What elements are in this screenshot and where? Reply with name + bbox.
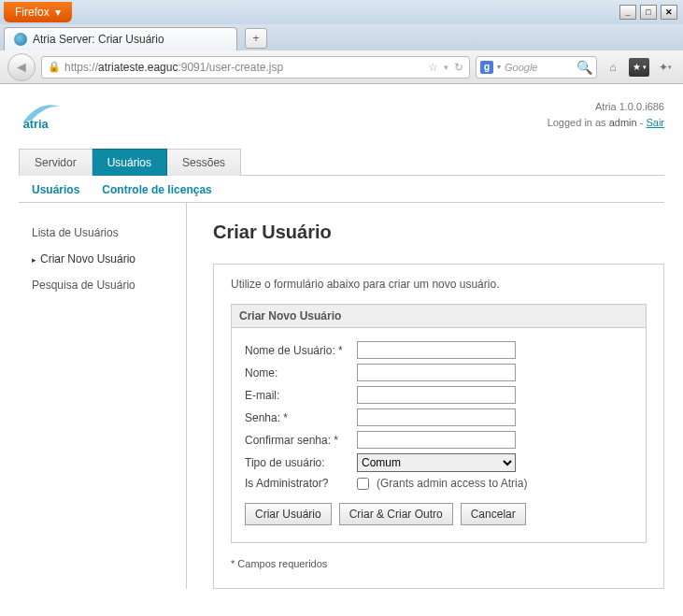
chevron-down-icon: ▾ [55, 6, 61, 19]
version-text: Atria 1.0.0.i686 [548, 99, 664, 115]
subtab-usuarios[interactable]: Usuários [32, 183, 79, 196]
fieldset-body: Nome de Usuário: * Nome: E-mail: Senha: … [231, 328, 647, 543]
label-type: Tipo de usuário: [245, 456, 357, 469]
minimize-button[interactable]: _ [619, 5, 636, 20]
logo: atria [19, 99, 84, 136]
lock-icon: 🔒 [48, 61, 61, 73]
url-action-icons: ☆ ▾ ↻ [428, 61, 463, 74]
tab-title: Atria Server: Criar Usuário [33, 33, 164, 46]
favicon-icon [14, 33, 27, 46]
label-password: Senha: * [245, 411, 357, 424]
subtab-licencas[interactable]: Controle de licenças [102, 183, 211, 196]
browser-tab-bar: Atria Server: Criar Usuário + [0, 24, 683, 50]
create-user-button[interactable]: Criar Usuário [245, 503, 332, 525]
confirm-password-field[interactable] [357, 431, 516, 449]
new-tab-button[interactable]: + [245, 28, 267, 49]
firefox-menu-button[interactable]: Firefox ▾ [4, 2, 72, 22]
sidebar-item-pesquisa[interactable]: Pesquisa de Usuário [32, 272, 186, 298]
page-title: Criar Usuário [213, 222, 664, 243]
browser-tab[interactable]: Atria Server: Criar Usuário [4, 27, 237, 50]
url-toolbar: ◄ 🔒 https://atriateste.eaguc:9091/user-c… [0, 50, 683, 84]
name-field[interactable] [357, 364, 516, 381]
tab-servidor[interactable]: Servidor [19, 149, 92, 176]
logged-in-prefix: Logged in as [548, 117, 609, 128]
url-text: https://atriateste.eaguc:9091/user-creat… [64, 61, 424, 74]
firefox-label: Firefox [15, 6, 50, 19]
form-panel: Utilize o formulário abaixo para criar u… [213, 264, 664, 589]
sidebar-item-lista[interactable]: Lista de Usuários [32, 220, 186, 246]
current-user: admin [609, 117, 637, 128]
sub-tabs: Usuários Controle de licenças [19, 176, 664, 203]
cancel-button[interactable]: Cancelar [461, 503, 526, 525]
email-field[interactable] [357, 386, 516, 404]
label-confirm: Confirmar senha: * [245, 434, 357, 447]
label-username: Nome de Usuário: * [245, 344, 357, 357]
search-bar[interactable]: g ▾ Google 🔍 [476, 56, 597, 79]
main-area: Criar Usuário Utilize o formulário abaix… [187, 203, 664, 589]
user-type-select[interactable]: Comum [357, 453, 516, 472]
search-placeholder: Google [505, 62, 573, 73]
header-info: Atria 1.0.0.i686 Logged in as admin - Sa… [548, 99, 664, 130]
password-field[interactable] [357, 408, 516, 426]
fieldset-title: Criar Novo Usuário [231, 304, 647, 328]
required-note: * Campos requeridos [231, 558, 647, 569]
chevron-down-icon[interactable]: ▾ [444, 63, 448, 72]
address-bar[interactable]: 🔒 https://atriateste.eaguc:9091/user-cre… [41, 56, 470, 79]
sidebar-item-criar[interactable]: Criar Novo Usuário [32, 246, 186, 272]
chevron-down-icon[interactable]: ▾ [497, 63, 501, 71]
refresh-icon[interactable]: ↻ [454, 61, 463, 74]
home-icon[interactable]: ⌂ [603, 57, 623, 78]
maximize-button[interactable]: □ [640, 5, 657, 20]
label-is-admin: Is Administrator? [245, 477, 357, 490]
main-tabs: Servidor Usuários Sessões [19, 148, 664, 176]
close-button[interactable]: ✕ [661, 5, 677, 20]
bookmarks-button[interactable]: ★▾ [629, 57, 649, 78]
side-menu: Lista de Usuários Criar Novo Usuário Pes… [19, 203, 187, 589]
tab-sessoes[interactable]: Sessões [167, 149, 241, 176]
title-bar: Firefox ▾ _ □ ✕ [0, 0, 683, 24]
is-admin-checkbox[interactable] [357, 478, 369, 490]
label-email: E-mail: [245, 389, 357, 402]
tab-usuarios[interactable]: Usuários [92, 149, 167, 176]
google-icon: g [480, 61, 493, 74]
svg-text:atria: atria [23, 117, 50, 131]
username-field[interactable] [357, 341, 516, 359]
star-icon[interactable]: ☆ [428, 61, 438, 74]
label-name: Nome: [245, 366, 357, 380]
back-button[interactable]: ◄ [7, 53, 36, 81]
logout-link[interactable]: Sair [646, 117, 664, 128]
window-controls: _ □ ✕ [619, 5, 683, 20]
create-and-another-button[interactable]: Criar & Criar Outro [339, 503, 453, 525]
instruction-text: Utilize o formulário abaixo para criar u… [231, 278, 647, 291]
admin-note: (Grants admin access to Atria) [377, 477, 527, 490]
addon-icon[interactable]: ✦▾ [655, 57, 676, 78]
page-content: atria Atria 1.0.0.i686 Logged in as admi… [0, 84, 683, 616]
search-icon[interactable]: 🔍 [576, 60, 592, 75]
